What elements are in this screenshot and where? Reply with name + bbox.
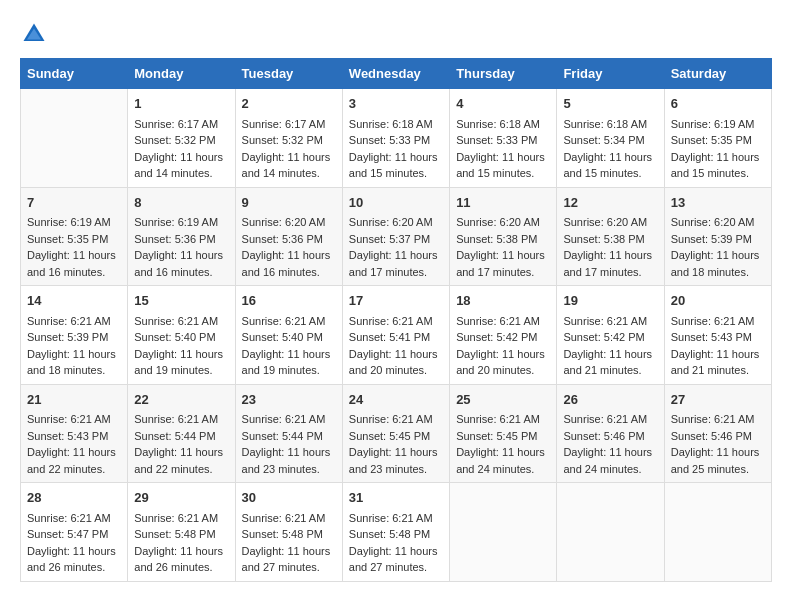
calendar-cell: 13Sunrise: 6:20 AMSunset: 5:39 PMDayligh… <box>664 187 771 286</box>
day-number: 25 <box>456 390 550 410</box>
calendar-cell: 21Sunrise: 6:21 AMSunset: 5:43 PMDayligh… <box>21 384 128 483</box>
sunset: Sunset: 5:35 PM <box>671 134 752 146</box>
weekday-header: Saturday <box>664 59 771 89</box>
sunrise: Sunrise: 6:21 AM <box>671 413 755 425</box>
sunset: Sunset: 5:41 PM <box>349 331 430 343</box>
daylight: Daylight: 11 hours and 14 minutes. <box>134 151 223 180</box>
calendar-cell: 1Sunrise: 6:17 AMSunset: 5:32 PMDaylight… <box>128 89 235 188</box>
day-number: 24 <box>349 390 443 410</box>
calendar-week-row: 21Sunrise: 6:21 AMSunset: 5:43 PMDayligh… <box>21 384 772 483</box>
sunset: Sunset: 5:33 PM <box>349 134 430 146</box>
sunrise: Sunrise: 6:21 AM <box>563 413 647 425</box>
daylight: Daylight: 11 hours and 15 minutes. <box>456 151 545 180</box>
sunrise: Sunrise: 6:21 AM <box>349 512 433 524</box>
day-number: 21 <box>27 390 121 410</box>
daylight: Daylight: 11 hours and 16 minutes. <box>242 249 331 278</box>
day-number: 3 <box>349 94 443 114</box>
sunrise: Sunrise: 6:21 AM <box>456 413 540 425</box>
calendar-cell: 9Sunrise: 6:20 AMSunset: 5:36 PMDaylight… <box>235 187 342 286</box>
sunrise: Sunrise: 6:20 AM <box>349 216 433 228</box>
day-number: 2 <box>242 94 336 114</box>
sunrise: Sunrise: 6:19 AM <box>134 216 218 228</box>
sunset: Sunset: 5:39 PM <box>671 233 752 245</box>
day-number: 4 <box>456 94 550 114</box>
sunset: Sunset: 5:36 PM <box>134 233 215 245</box>
day-number: 20 <box>671 291 765 311</box>
weekday-header: Monday <box>128 59 235 89</box>
calendar-cell: 26Sunrise: 6:21 AMSunset: 5:46 PMDayligh… <box>557 384 664 483</box>
sunset: Sunset: 5:48 PM <box>134 528 215 540</box>
sunset: Sunset: 5:45 PM <box>456 430 537 442</box>
day-number: 12 <box>563 193 657 213</box>
sunset: Sunset: 5:46 PM <box>563 430 644 442</box>
sunrise: Sunrise: 6:21 AM <box>456 315 540 327</box>
daylight: Daylight: 11 hours and 15 minutes. <box>671 151 760 180</box>
sunrise: Sunrise: 6:21 AM <box>349 315 433 327</box>
calendar-table: SundayMondayTuesdayWednesdayThursdayFrid… <box>20 58 772 582</box>
sunrise: Sunrise: 6:18 AM <box>456 118 540 130</box>
daylight: Daylight: 11 hours and 21 minutes. <box>671 348 760 377</box>
daylight: Daylight: 11 hours and 23 minutes. <box>349 446 438 475</box>
daylight: Daylight: 11 hours and 17 minutes. <box>456 249 545 278</box>
daylight: Daylight: 11 hours and 27 minutes. <box>349 545 438 574</box>
day-number: 31 <box>349 488 443 508</box>
daylight: Daylight: 11 hours and 16 minutes. <box>134 249 223 278</box>
calendar-cell: 24Sunrise: 6:21 AMSunset: 5:45 PMDayligh… <box>342 384 449 483</box>
sunrise: Sunrise: 6:21 AM <box>27 413 111 425</box>
calendar-cell: 15Sunrise: 6:21 AMSunset: 5:40 PMDayligh… <box>128 286 235 385</box>
sunrise: Sunrise: 6:19 AM <box>27 216 111 228</box>
logo <box>20 20 52 48</box>
calendar-cell: 14Sunrise: 6:21 AMSunset: 5:39 PMDayligh… <box>21 286 128 385</box>
calendar-cell: 29Sunrise: 6:21 AMSunset: 5:48 PMDayligh… <box>128 483 235 582</box>
day-number: 17 <box>349 291 443 311</box>
sunset: Sunset: 5:42 PM <box>563 331 644 343</box>
daylight: Daylight: 11 hours and 15 minutes. <box>349 151 438 180</box>
calendar-cell <box>557 483 664 582</box>
sunset: Sunset: 5:44 PM <box>134 430 215 442</box>
calendar-cell: 19Sunrise: 6:21 AMSunset: 5:42 PMDayligh… <box>557 286 664 385</box>
calendar-cell: 20Sunrise: 6:21 AMSunset: 5:43 PMDayligh… <box>664 286 771 385</box>
calendar-week-row: 7Sunrise: 6:19 AMSunset: 5:35 PMDaylight… <box>21 187 772 286</box>
daylight: Daylight: 11 hours and 18 minutes. <box>671 249 760 278</box>
sunrise: Sunrise: 6:21 AM <box>242 413 326 425</box>
day-number: 1 <box>134 94 228 114</box>
daylight: Daylight: 11 hours and 25 minutes. <box>671 446 760 475</box>
sunset: Sunset: 5:39 PM <box>27 331 108 343</box>
calendar-week-row: 28Sunrise: 6:21 AMSunset: 5:47 PMDayligh… <box>21 483 772 582</box>
calendar-cell: 27Sunrise: 6:21 AMSunset: 5:46 PMDayligh… <box>664 384 771 483</box>
day-number: 23 <box>242 390 336 410</box>
daylight: Daylight: 11 hours and 18 minutes. <box>27 348 116 377</box>
calendar-cell: 25Sunrise: 6:21 AMSunset: 5:45 PMDayligh… <box>450 384 557 483</box>
sunset: Sunset: 5:40 PM <box>242 331 323 343</box>
calendar-cell: 7Sunrise: 6:19 AMSunset: 5:35 PMDaylight… <box>21 187 128 286</box>
sunrise: Sunrise: 6:17 AM <box>242 118 326 130</box>
calendar-cell: 6Sunrise: 6:19 AMSunset: 5:35 PMDaylight… <box>664 89 771 188</box>
sunset: Sunset: 5:42 PM <box>456 331 537 343</box>
sunrise: Sunrise: 6:18 AM <box>349 118 433 130</box>
sunset: Sunset: 5:36 PM <box>242 233 323 245</box>
daylight: Daylight: 11 hours and 21 minutes. <box>563 348 652 377</box>
day-number: 7 <box>27 193 121 213</box>
logo-icon <box>20 20 48 48</box>
sunrise: Sunrise: 6:20 AM <box>242 216 326 228</box>
sunset: Sunset: 5:33 PM <box>456 134 537 146</box>
daylight: Daylight: 11 hours and 16 minutes. <box>27 249 116 278</box>
sunrise: Sunrise: 6:21 AM <box>134 413 218 425</box>
calendar-cell: 18Sunrise: 6:21 AMSunset: 5:42 PMDayligh… <box>450 286 557 385</box>
calendar-header: SundayMondayTuesdayWednesdayThursdayFrid… <box>21 59 772 89</box>
day-number: 28 <box>27 488 121 508</box>
sunset: Sunset: 5:44 PM <box>242 430 323 442</box>
daylight: Daylight: 11 hours and 24 minutes. <box>456 446 545 475</box>
daylight: Daylight: 11 hours and 20 minutes. <box>349 348 438 377</box>
daylight: Daylight: 11 hours and 26 minutes. <box>27 545 116 574</box>
sunrise: Sunrise: 6:21 AM <box>27 512 111 524</box>
calendar-cell: 31Sunrise: 6:21 AMSunset: 5:48 PMDayligh… <box>342 483 449 582</box>
sunrise: Sunrise: 6:21 AM <box>242 512 326 524</box>
daylight: Daylight: 11 hours and 14 minutes. <box>242 151 331 180</box>
day-number: 30 <box>242 488 336 508</box>
weekday-header: Sunday <box>21 59 128 89</box>
calendar-cell <box>21 89 128 188</box>
sunrise: Sunrise: 6:21 AM <box>349 413 433 425</box>
calendar-cell: 12Sunrise: 6:20 AMSunset: 5:38 PMDayligh… <box>557 187 664 286</box>
sunset: Sunset: 5:32 PM <box>242 134 323 146</box>
